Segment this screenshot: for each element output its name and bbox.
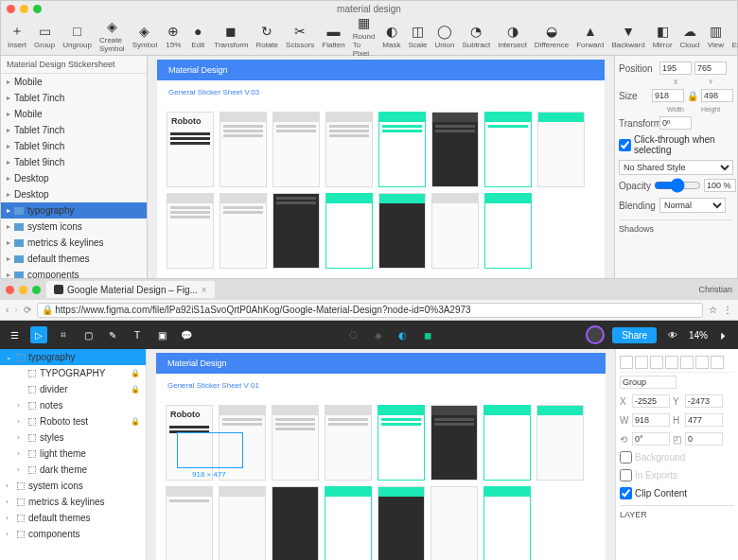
align-right-icon[interactable]	[650, 356, 663, 369]
opacity-input[interactable]	[704, 179, 736, 192]
tool-forward[interactable]: ▲Forward	[573, 23, 606, 49]
forward-icon[interactable]: ›	[14, 305, 17, 315]
layer-TYPOGRAPHY[interactable]: TYPOGRAPHY🔒	[0, 365, 146, 381]
layer-notes[interactable]: ›notes	[0, 397, 146, 413]
tool-round-to-pixel[interactable]: ▦Round To Pixel	[350, 14, 378, 58]
view-icon[interactable]: 👁	[664, 326, 681, 343]
preview-icon[interactable]: ⏵	[715, 326, 732, 343]
tool-export[interactable]: ↗Export	[729, 23, 738, 49]
type-select[interactable]	[620, 376, 676, 389]
menu-icon[interactable]: ☰	[6, 326, 23, 343]
star-icon[interactable]: ☆	[709, 305, 717, 315]
align-middle-icon[interactable]	[680, 356, 694, 369]
align-bottom-icon[interactable]	[695, 356, 709, 369]
layer-Tablet-7inch[interactable]: ▸Tablet 7inch	[1, 122, 147, 138]
tool-mirror[interactable]: ◧Mirror	[650, 23, 676, 49]
rotate-input[interactable]	[659, 116, 692, 130]
align-top-icon[interactable]	[665, 356, 678, 369]
h-input[interactable]	[685, 413, 723, 427]
width-input[interactable]	[652, 89, 684, 102]
layer-Mobile[interactable]: ▸Mobile	[1, 74, 147, 90]
exports-checkbox[interactable]	[620, 469, 632, 481]
layer-light-theme[interactable]: ›light theme	[0, 446, 146, 462]
tool-rotate[interactable]: ↻Rotate	[253, 23, 281, 49]
background-checkbox[interactable]	[620, 451, 632, 464]
clickthrough-checkbox[interactable]	[619, 139, 631, 151]
layer-Desktop[interactable]: ▸Desktop	[1, 186, 147, 202]
tool-union[interactable]: ◯Union	[431, 23, 457, 49]
tool-flatten[interactable]: ▬Flatten	[319, 23, 347, 49]
tool-backward[interactable]: ▼Backward	[609, 23, 648, 49]
y-input[interactable]	[685, 394, 723, 408]
crop-icon[interactable]: ⎔	[345, 326, 362, 343]
align-left-icon[interactable]	[620, 356, 633, 369]
shared-style-select[interactable]: No Shared Style	[619, 160, 733, 175]
layer-Tablet-7inch[interactable]: ▸Tablet 7inch	[1, 90, 147, 106]
layer-components[interactable]: ›components	[0, 526, 146, 542]
clip-checkbox[interactable]	[620, 487, 632, 499]
menu-icon[interactable]: ⋮	[723, 305, 732, 315]
lock-icon[interactable]: 🔒	[687, 91, 698, 101]
sketch-canvas[interactable]: Material Design General Sticker Sheet V.…	[148, 56, 614, 278]
tool-cloud[interactable]: ☁Cloud	[677, 23, 703, 49]
distribute-icon[interactable]	[711, 356, 724, 369]
tool-create-symbol[interactable]: ◈Create Symbol	[97, 18, 128, 53]
tool-scale[interactable]: ◫Scale	[405, 23, 430, 49]
boolean-icon[interactable]: ◼	[419, 326, 436, 343]
tool-scissors[interactable]: ✂Scissors	[283, 23, 317, 49]
rectangle-tool[interactable]: ▢	[79, 326, 97, 343]
rotation-input[interactable]	[632, 432, 670, 446]
layer-system-icons[interactable]: ▸system icons	[1, 219, 147, 235]
layer-components[interactable]: ▸components	[1, 267, 147, 278]
layer-default-themes[interactable]: ›default themes	[0, 510, 146, 526]
tool-group[interactable]: ▭Group	[31, 23, 58, 49]
layer-metrics-&-keylines[interactable]: ›metrics & keylines	[0, 494, 146, 510]
layer-default-themes[interactable]: ▸default themes	[1, 251, 147, 267]
mask-icon[interactable]: ◐	[395, 326, 412, 343]
back-icon[interactable]: ‹	[6, 305, 9, 315]
layer-styles[interactable]: ›styles	[0, 429, 146, 446]
frame-tool[interactable]: ⌗	[55, 326, 72, 343]
tool-intersect[interactable]: ◑Intersect	[495, 23, 530, 49]
tool-insert[interactable]: ＋Insert	[5, 23, 29, 49]
tool-mask[interactable]: ◐Mask	[379, 23, 403, 49]
comment-tool[interactable]: 💬	[178, 326, 195, 343]
layer-metrics-&-keylines[interactable]: ▸metrics & keylines	[1, 235, 147, 251]
zoom-level[interactable]: 14%	[689, 330, 708, 341]
tool-edit[interactable]: ●Edit	[186, 23, 209, 49]
traffic-lights[interactable]	[7, 5, 42, 13]
layer-Tablet-9inch[interactable]: ▸Tablet 9inch	[1, 138, 147, 154]
browser-tab[interactable]: Google Material Design – Fig...×	[46, 281, 215, 298]
x-input[interactable]	[632, 394, 670, 408]
tool-symbol[interactable]: ◈Symbol	[130, 23, 161, 49]
url-input[interactable]: 🔒 https://www.figma.com/file/lPa92iS1aSv…	[37, 303, 703, 318]
layer-Roboto-test[interactable]: ›Roboto test🔒	[0, 413, 146, 429]
reload-icon[interactable]: ⟳	[24, 305, 31, 315]
opacity-slider[interactable]	[654, 179, 701, 192]
corner-input[interactable]	[685, 432, 723, 446]
blending-select[interactable]: Normal	[659, 198, 726, 213]
layer-Tablet-9inch[interactable]: ▸Tablet 9inch	[1, 154, 147, 170]
close-tab-icon[interactable]: ×	[202, 285, 207, 295]
tool-ungroup[interactable]: □Ungroup	[60, 23, 95, 49]
component-icon[interactable]: ◈	[370, 326, 387, 343]
w-input[interactable]	[632, 413, 670, 427]
align-center-icon[interactable]	[635, 356, 648, 369]
text-tool[interactable]: T	[129, 326, 146, 343]
tool-view[interactable]: ▥View	[704, 23, 727, 49]
tool-subtract[interactable]: ◔Subtract	[459, 23, 493, 49]
tool-difference[interactable]: ◒Difference	[532, 23, 571, 49]
figma-canvas[interactable]: Material Design General Sticker Sheet V …	[147, 349, 615, 560]
share-button[interactable]: Share	[612, 327, 657, 343]
layer-typography[interactable]: ⌄typography	[0, 349, 146, 365]
pen-tool[interactable]: ✎	[104, 326, 121, 343]
traffic-lights[interactable]	[6, 286, 41, 294]
layer-Mobile[interactable]: ▸Mobile	[1, 106, 147, 122]
avatar[interactable]	[586, 325, 605, 344]
tool-transform[interactable]: ◼Transform	[211, 23, 251, 49]
layer-system-icons[interactable]: ›system icons	[0, 478, 146, 494]
tool-15%[interactable]: ⊕15%	[162, 23, 184, 49]
height-input[interactable]	[701, 89, 733, 102]
move-tool[interactable]: ▷	[30, 326, 47, 343]
layer-Desktop[interactable]: ▸Desktop	[1, 170, 147, 186]
